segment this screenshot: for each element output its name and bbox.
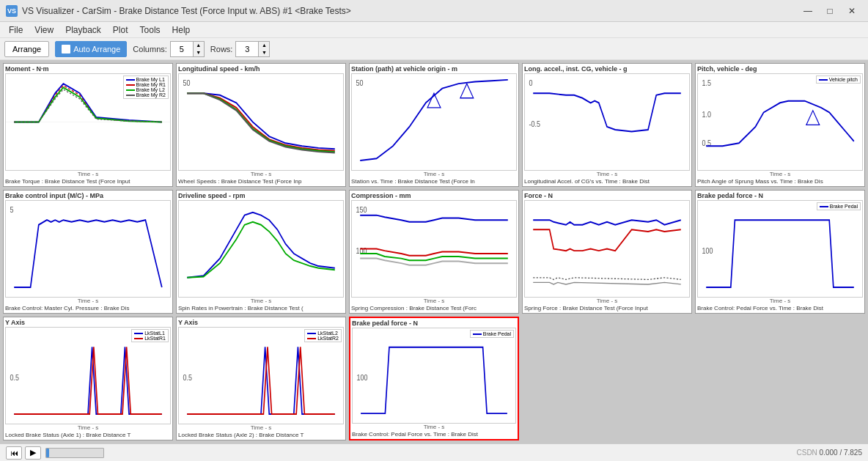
chart-area: 50 [351, 73, 517, 171]
chart-x-label: Time - s [352, 424, 516, 430]
columns-label: Columns: [133, 45, 166, 54]
chart-cell-8[interactable]: Compression - mm 150 100 Time - sSpring … [349, 190, 519, 314]
main-content: Moment - N·m Brake My L1Brake My R1Brake… [0, 60, 868, 443]
maximize-button[interactable]: □ [820, 4, 840, 18]
legend-label: Brake Pedal [830, 204, 858, 209]
legend-label: LkStatL2 [317, 331, 338, 336]
chart-cell-12[interactable]: Y Axis 0.5 LkStatL2LkStatR2Time - sLocke… [176, 317, 346, 440]
chart-x-label: Time - s [351, 171, 517, 177]
chart-area: 150 100 [351, 200, 517, 298]
chart-cell-13[interactable]: Brake pedal force - N 100 Brake PedalTim… [349, 317, 519, 440]
chart-footer: Pitch Angle of Sprung Mass vs. Time : Br… [697, 178, 863, 185]
chart-x-label: Time - s [524, 298, 690, 304]
chart-cell-9[interactable]: Force - N Time - sSpring Force : Brake D… [522, 190, 692, 314]
status-icons: ⏮ ▶ [6, 446, 41, 460]
rows-up[interactable]: ▲ [259, 42, 269, 49]
columns-input[interactable]: 5 [171, 42, 193, 56]
status-left: ⏮ ▶ [6, 446, 104, 460]
legend-item: Vehicle pitch [819, 77, 858, 82]
rows-spinner[interactable]: 3 ▲ ▼ [235, 41, 270, 57]
menu-file[interactable]: File [3, 23, 29, 37]
chart-cell-5[interactable]: Pitch, vehicle - deg 1.5 1.0 0.5 Vehicle… [695, 63, 865, 187]
chart-grid: Moment - N·m Brake My L1Brake My R1Brake… [3, 63, 865, 440]
chart-cell-11[interactable]: Y Axis 0.5 LkStatL1LkStatR1Time - sLocke… [3, 317, 173, 440]
menu-help[interactable]: Help [166, 23, 196, 37]
chart-cell-6[interactable]: Brake control input (M/C) - MPa 5 Time -… [3, 190, 173, 314]
chart-area: 100 Brake Pedal [352, 328, 516, 424]
rows-input[interactable]: 3 [236, 42, 258, 56]
chart-title: Pitch, vehicle - deg [697, 65, 863, 73]
legend-label: Vehicle pitch [829, 77, 858, 82]
rows-down[interactable]: ▼ [259, 49, 269, 56]
title-bar: VS VS Visualizer - CarSim - Brake Distan… [0, 0, 868, 22]
menu-plot[interactable]: Plot [107, 23, 134, 37]
chart-footer: Wheel Speeds : Brake Distance Test (Forc… [178, 178, 344, 185]
legend-item: Brake My R1 [126, 82, 166, 87]
chart-title: Y Axis [178, 319, 344, 326]
chart-title: Force - N [524, 192, 690, 199]
legend-item: LkStatL2 [307, 331, 339, 336]
chart-cell-1[interactable]: Moment - N·m Brake My L1Brake My R1Brake… [3, 63, 173, 187]
chart-cell-4[interactable]: Long. accel., inst. CG, vehicle - g 0 -0… [522, 63, 692, 187]
chart-legend: Vehicle pitch [816, 75, 861, 84]
csdn-watermark: CSDN [796, 449, 817, 457]
svg-text:100: 100 [702, 246, 713, 255]
chart-x-label: Time - s [524, 171, 690, 177]
chart-title: Brake pedal force - N [352, 320, 516, 327]
svg-text:1.0: 1.0 [702, 110, 712, 119]
menu-view[interactable]: View [29, 23, 59, 37]
chart-area [178, 200, 344, 298]
app-icon: VS [6, 5, 18, 17]
chart-area: 0 -0.5 [524, 73, 690, 171]
chart-footer: Spin Rates in Powertrain : Brake Distanc… [178, 305, 344, 311]
chart-footer: Longitudinal Accel. of CG's vs. Time : B… [524, 178, 690, 185]
rows-arrows: ▲ ▼ [258, 42, 269, 56]
progress-bar[interactable] [45, 448, 104, 458]
chart-area: Brake My L1Brake My R1Brake My L2Brake M… [5, 73, 171, 171]
columns-down[interactable]: ▼ [194, 49, 204, 56]
chart-area: 5 [5, 200, 171, 298]
menu-playback[interactable]: Playback [59, 23, 107, 37]
chart-x-label: Time - s [178, 298, 344, 304]
chart-footer: Brake Torque : Brake Distance Test (Forc… [5, 178, 171, 185]
progress-fill [46, 449, 49, 457]
legend-label: LkStatL1 [144, 331, 165, 336]
legend-item: LkStatL1 [134, 331, 166, 336]
chart-title: Station (path) at vehicle origin - m [351, 65, 517, 73]
chart-footer: Locked Brake Status (Axle 1) : Brake Dis… [5, 432, 171, 438]
play-button[interactable]: ▶ [25, 446, 41, 460]
legend-item: Brake Pedal [473, 331, 511, 336]
legend-item: Brake My L2 [126, 87, 166, 92]
auto-arrange-button[interactable]: Auto Arrange [55, 41, 127, 57]
close-button[interactable]: ✕ [842, 4, 862, 18]
chart-title: Brake control input (M/C) - MPa [5, 192, 171, 199]
chart-x-label: Time - s [697, 171, 863, 177]
svg-text:0.5: 0.5 [10, 373, 19, 382]
chart-cell-7[interactable]: Driveline speed - rpm Time - sSpin Rates… [176, 190, 346, 314]
legend-item: Brake My R2 [126, 92, 166, 97]
chart-legend: Brake My L1Brake My R1Brake My L2Brake M… [123, 75, 169, 99]
rewind-button[interactable]: ⏮ [6, 446, 22, 460]
columns-up[interactable]: ▲ [194, 42, 204, 49]
chart-title: Y Axis [5, 319, 171, 326]
chart-title: Longitudinal speed - km/h [178, 65, 344, 73]
chart-cell-3[interactable]: Station (path) at vehicle origin - m 50 … [349, 63, 519, 187]
chart-cell-10[interactable]: Brake pedal force - N 100 Brake PedalTim… [695, 190, 865, 314]
minimize-button[interactable]: — [798, 4, 818, 18]
chart-footer: Brake Control: Pedal Force vs. Time : Br… [697, 305, 863, 311]
chart-title: Moment - N·m [5, 65, 171, 73]
chart-cell-2[interactable]: Longitudinal speed - km/h 50 Time - sWhe… [176, 63, 346, 187]
chart-area: 0.5 LkStatL2LkStatR2 [178, 327, 344, 424]
status-bar: ⏮ ▶ CSDN 0.000 / 7.825 [0, 443, 868, 461]
svg-text:1.5: 1.5 [702, 78, 711, 87]
chart-area: 100 Brake Pedal [697, 200, 863, 298]
arrange-button[interactable]: Arrange [4, 41, 49, 57]
chart-footer: Station vs. Time : Brake Distance Test (… [351, 178, 517, 185]
chart-x-label: Time - s [351, 298, 517, 304]
menu-tools[interactable]: Tools [134, 23, 166, 37]
legend-label: LkStatR1 [144, 336, 166, 341]
legend-item: Brake Pedal [820, 204, 858, 209]
columns-spinner[interactable]: 5 ▲ ▼ [170, 41, 205, 57]
chart-footer: Spring Compression : Brake Distance Test… [351, 305, 517, 311]
chart-legend: LkStatL2LkStatR2 [304, 329, 342, 342]
